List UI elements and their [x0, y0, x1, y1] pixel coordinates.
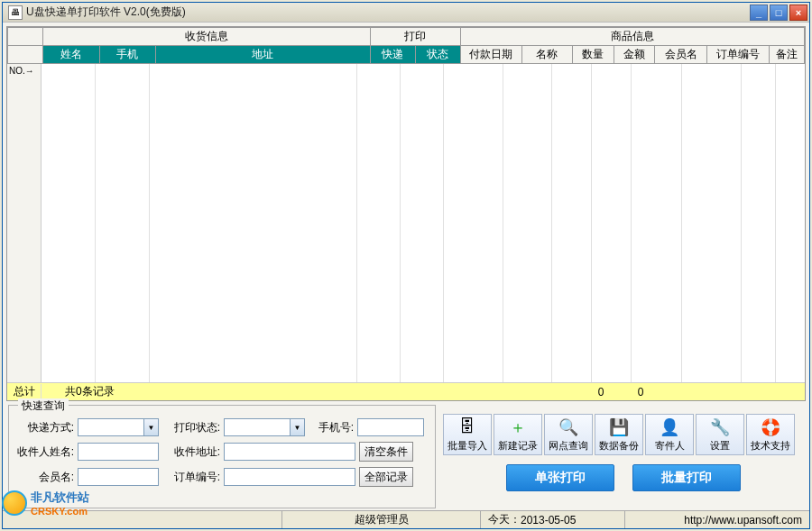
col-amount[interactable]: 金额 — [614, 46, 655, 64]
phone-input[interactable] — [357, 418, 424, 436]
branch-query-button[interactable]: 🔍网点查询 — [544, 414, 593, 455]
grid-cells[interactable] — [42, 64, 805, 382]
print-single-button[interactable]: 单张打印 — [506, 464, 614, 491]
window-title: U盘快递单打印软件 V2.0(免费版) — [26, 5, 750, 20]
row-header: NO.→ — [7, 64, 42, 382]
corner-cell — [8, 28, 43, 46]
col-phone[interactable]: 手机 — [99, 46, 155, 64]
database-import-icon: 🗄 — [457, 417, 477, 437]
support-icon: 🛟 — [761, 417, 780, 437]
settings-button[interactable]: 🔧设置 — [696, 414, 744, 455]
group-shipping: 收货信息 — [43, 28, 371, 46]
toolbar: 🗄批量导入 ＋新建记录 🔍网点查询 💾数据备份 👤寄件人 🔧设置 🛟技术支持 — [443, 414, 804, 455]
group-product: 商品信息 — [460, 28, 804, 46]
status-url[interactable]: http://www.upansoft.com — [625, 511, 809, 528]
app-icon: 🖶 — [8, 5, 23, 20]
col-remark[interactable]: 备注 — [769, 46, 804, 64]
minimize-button[interactable]: _ — [750, 5, 768, 21]
col-status[interactable]: 状态 — [415, 46, 460, 64]
import-button[interactable]: 🗄批量导入 — [443, 414, 492, 455]
label-recipient: 收件人姓名: — [16, 444, 74, 460]
quick-query-panel: 快速查询 快递方式: ▼ 打印状态: ▼ 手机号: 收件人姓名: 收件地址: 清… — [8, 405, 436, 508]
col-member[interactable]: 会员名 — [655, 46, 707, 64]
orderno-input[interactable] — [224, 468, 355, 486]
label-phone: 手机号: — [309, 420, 354, 435]
member-input[interactable] — [78, 468, 159, 486]
label-express-mode: 快递方式: — [16, 420, 74, 435]
sender-button[interactable]: 👤寄件人 — [645, 414, 694, 455]
footer-total-label: 总计 — [7, 384, 42, 399]
maximize-button[interactable]: □ — [770, 5, 788, 21]
query-legend: 快速查询 — [18, 398, 69, 414]
label-print-status: 打印状态: — [162, 420, 220, 435]
backup-button[interactable]: 💾数据备份 — [595, 414, 643, 455]
footer-qty-sum: 0 — [581, 386, 621, 398]
label-member: 会员名: — [16, 470, 74, 485]
plus-icon: ＋ — [508, 417, 528, 437]
print-status-combo[interactable] — [224, 418, 291, 436]
label-address: 收件地址: — [162, 444, 220, 460]
grid-footer: 总计 共0条记录 0 0 — [7, 382, 805, 400]
chevron-down-icon[interactable]: ▼ — [291, 418, 305, 436]
search-icon: 🔍 — [558, 417, 578, 437]
col-qty[interactable]: 数量 — [572, 46, 614, 64]
save-icon: 💾 — [609, 417, 629, 437]
footer-count: 共0条记录 — [42, 384, 581, 399]
clear-button[interactable]: 清空条件 — [359, 442, 413, 462]
print-batch-button[interactable]: 批量打印 — [632, 464, 741, 491]
titlebar: 🖶 U盘快递单打印软件 V2.0(免费版) _ □ × — [3, 3, 809, 23]
label-orderno: 订单编号: — [162, 470, 220, 485]
col-paydate[interactable]: 付款日期 — [460, 46, 521, 64]
data-grid[interactable]: 收货信息 打印 商品信息 姓名 手机 地址 快递 状态 付款日期 名称 数量 — [6, 26, 806, 401]
wrench-icon: 🔧 — [710, 417, 730, 437]
footer-amount-sum: 0 — [621, 386, 660, 398]
chevron-down-icon[interactable]: ▼ — [144, 418, 159, 436]
status-today: 今天：2013-05-05 — [481, 511, 625, 528]
express-mode-combo[interactable] — [78, 418, 144, 436]
close-button[interactable]: × — [789, 5, 807, 21]
col-express[interactable]: 快递 — [371, 46, 416, 64]
all-records-button[interactable]: 全部记录 — [359, 467, 413, 487]
col-blank — [8, 46, 43, 64]
status-role: 超级管理员 — [282, 511, 481, 528]
col-orderno[interactable]: 订单编号 — [707, 46, 769, 64]
new-record-button[interactable]: ＋新建记录 — [494, 414, 542, 455]
status-bar: 超级管理员 今天：2013-05-05 http://www.upansoft.… — [3, 510, 809, 528]
recipient-input[interactable] — [78, 443, 159, 461]
address-input[interactable] — [224, 443, 355, 461]
col-name[interactable]: 姓名 — [43, 46, 99, 64]
person-icon: 👤 — [660, 417, 679, 437]
col-pname[interactable]: 名称 — [521, 46, 572, 64]
group-print: 打印 — [371, 28, 460, 46]
col-address[interactable]: 地址 — [155, 46, 370, 64]
support-button[interactable]: 🛟技术支持 — [746, 414, 795, 455]
